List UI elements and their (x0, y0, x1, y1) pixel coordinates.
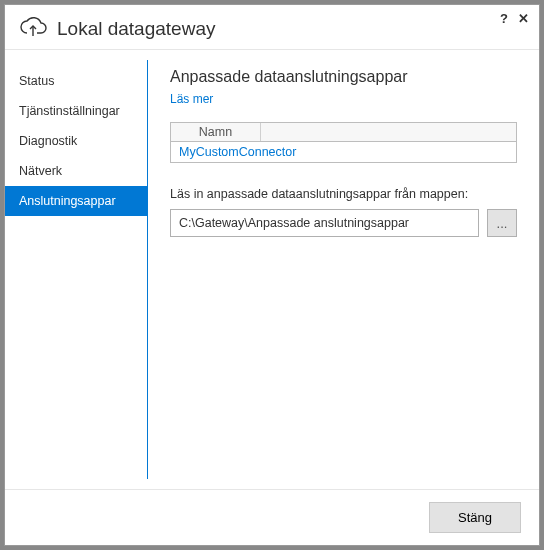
page-heading: Anpassade dataanslutningsappar (170, 68, 517, 86)
sidebar-item-service-settings[interactable]: Tjänstinställningar (5, 96, 147, 126)
connectors-table: Namn MyCustomConnector (170, 122, 517, 163)
help-icon[interactable]: ? (500, 11, 508, 26)
browse-button[interactable]: ... (487, 209, 517, 237)
app-title: Lokal datagateway (57, 18, 215, 40)
table-row[interactable]: MyCustomConnector (171, 142, 516, 162)
folder-label: Läs in anpassade dataanslutningsappar fr… (170, 187, 517, 201)
sidebar: Status Tjänstinställningar Diagnostik Nä… (5, 50, 147, 489)
sidebar-item-connectors[interactable]: Anslutningsappar (5, 186, 147, 216)
folder-path-input[interactable] (170, 209, 479, 237)
sidebar-item-label: Anslutningsappar (19, 194, 116, 208)
sidebar-item-diagnostics[interactable]: Diagnostik (5, 126, 147, 156)
body: Status Tjänstinställningar Diagnostik Nä… (5, 50, 539, 489)
sidebar-item-status[interactable]: Status (5, 66, 147, 96)
sidebar-item-label: Tjänstinställningar (19, 104, 120, 118)
close-button[interactable]: Stäng (429, 502, 521, 533)
cloud-upload-icon (19, 15, 47, 43)
sidebar-item-label: Nätverk (19, 164, 62, 178)
app-window: Lokal datagateway ? ✕ Status Tjänstinstä… (4, 4, 540, 546)
titlebar: Lokal datagateway ? ✕ (5, 5, 539, 50)
sidebar-item-label: Diagnostik (19, 134, 77, 148)
learn-more-link[interactable]: Läs mer (170, 92, 517, 106)
folder-section: Läs in anpassade dataanslutningsappar fr… (170, 187, 517, 237)
table-header-name[interactable]: Namn (171, 123, 261, 141)
sidebar-item-label: Status (19, 74, 54, 88)
footer: Stäng (5, 489, 539, 545)
sidebar-item-network[interactable]: Nätverk (5, 156, 147, 186)
content-panel: Anpassade dataanslutningsappar Läs mer N… (148, 50, 539, 489)
table-header: Namn (171, 123, 516, 142)
close-icon[interactable]: ✕ (518, 11, 529, 26)
connector-name: MyCustomConnector (179, 145, 296, 159)
